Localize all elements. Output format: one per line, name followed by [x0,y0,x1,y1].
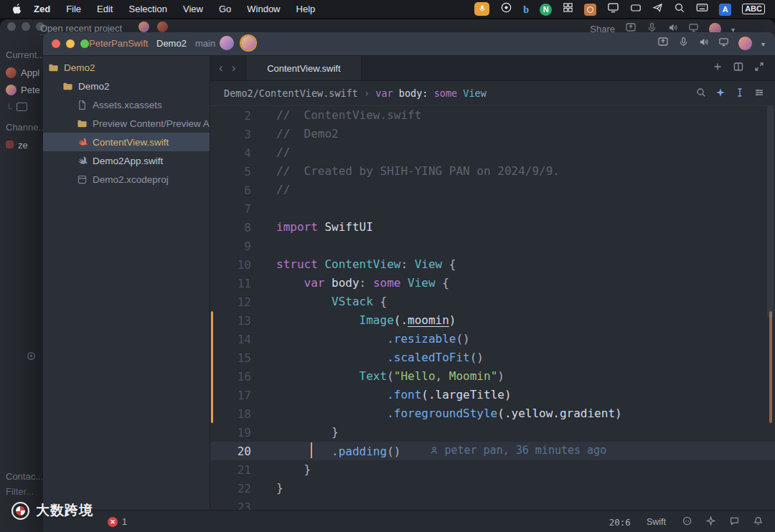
code-line[interactable]: 7 [210,199,775,218]
tree-item-preview-content-preview-a[interactable]: Preview Content/Preview A [43,114,210,133]
menu-view[interactable]: View [175,4,211,14]
breadcrumb-path[interactable]: Demo2/ContentView.swift › var body: some… [224,87,487,99]
nav-forward-icon[interactable]: › [232,62,236,75]
bell-icon[interactable] [753,516,764,528]
menu-file[interactable]: File [58,4,89,14]
code-line[interactable]: 20 .padding()peter pan, 36 minutes ago [210,442,775,460]
collab-item[interactable]: └ [0,103,43,113]
tree-item-contentview-swift[interactable]: ContentView.swift [43,133,210,151]
collab-item[interactable]: Appl [0,67,43,78]
language-selector[interactable]: Swift [647,517,666,527]
filter-lines-icon[interactable] [753,87,765,100]
tab-contentview-swift[interactable]: ContentView.swift [245,56,362,80]
code-line[interactable]: 21 } [210,460,775,479]
share-screen-icon[interactable] [657,36,669,50]
project-name-button[interactable]: PeterPanSwift [89,38,148,49]
zoom-button[interactable] [80,39,89,48]
chat-icon[interactable] [729,516,740,528]
tree-item-demo2app-swift[interactable]: Demo2App.swift [43,151,210,170]
split-pane-icon[interactable] [733,61,744,75]
display-status-icon[interactable] [607,1,619,16]
close-button[interactable] [52,39,60,48]
code-line[interactable]: 11 var body: some View { [210,274,775,293]
code-line[interactable]: 13 Image(.moomin) [210,311,775,330]
code-line[interactable]: 6// [210,181,775,199]
bg-collaborator-avatars[interactable] [138,22,168,32]
sparkle-icon[interactable] [705,516,716,528]
bluetooth-b-icon[interactable]: b [523,3,529,16]
avatar[interactable] [138,22,149,32]
collab-item[interactable]: ze [0,140,43,151]
notion-icon[interactable]: N [540,2,552,16]
code-line[interactable]: 8import SwiftUI [210,218,775,237]
collab-item[interactable]: Pete [0,85,43,95]
title-bar[interactable]: PeterPanSwift Demo2 main ▾ [43,32,775,56]
menu-help[interactable]: Help [288,4,324,14]
folder-name-button[interactable]: Demo2 [156,38,187,49]
menu-edit[interactable]: Edit [89,4,121,14]
code-line[interactable]: 18 .foregroundStyle(.yellow.gradient) [210,404,775,423]
code-editor[interactable]: 2// ContentView.swift3// Demo24//5// Cre… [210,106,775,510]
avatar[interactable] [157,22,168,32]
bg-traffic-lights[interactable] [7,22,44,31]
circle-icon[interactable] [26,351,37,364]
code-line[interactable]: 3// Demo2 [210,125,775,143]
code-line[interactable]: 5// Created by SHIH-YING PAN on 2024/9/9… [210,162,775,181]
spotlight-search-icon[interactable] [674,2,685,16]
speaker-icon[interactable] [698,37,709,50]
tree-item-demo2-xcodeproj[interactable]: Demo2.xcodeproj [43,170,210,189]
code-line[interactable]: 10struct ContentView: View { [210,255,775,274]
tab-bar: ‹› ContentView.swift [210,56,775,81]
code-line[interactable]: 2// ContentView.swift [210,106,775,125]
text-cursor-icon[interactable] [734,87,746,100]
menu-go[interactable]: Go [211,4,239,14]
menu-zed[interactable]: Zed [26,4,58,14]
code-line[interactable]: 14 .resizable() [210,330,775,348]
user-avatar[interactable] [738,37,752,50]
menu-window[interactable]: Window [239,4,288,14]
code-line[interactable]: 22} [210,479,775,498]
search-icon[interactable] [695,87,707,100]
paperplane-icon[interactable] [652,2,663,16]
window-grid-icon[interactable] [563,2,573,16]
collaborator-avatar-sharing[interactable] [241,36,255,50]
mic-recording-indicator[interactable] [474,2,489,16]
chevron-down-icon[interactable]: ▾ [761,37,765,49]
code-line[interactable]: 19 } [210,423,775,442]
expand-icon[interactable] [753,61,765,75]
cursor-position[interactable]: 20:6 [609,517,631,528]
apple-menu-icon[interactable] [10,4,26,15]
nav-back-icon[interactable]: ‹ [219,62,223,75]
collab-item[interactable] [0,351,43,364]
input-source-label[interactable]: ABC [742,4,765,14]
tree-item-assets-xcassets[interactable]: Assets.xcassets [43,95,210,114]
code-line[interactable]: 16 Text("Hello, Moomin") [210,367,775,386]
input-method-a-icon[interactable]: A [719,2,731,16]
code-line[interactable]: 4// [210,143,775,162]
line-number: 21 [210,463,276,477]
screenshot-app-icon[interactable] [584,3,596,16]
code-line[interactable]: 15 .scaledToFit() [210,348,775,367]
code-line[interactable]: 23 [210,498,775,510]
copilot-icon[interactable] [682,516,692,528]
camera-icon[interactable] [500,1,512,16]
collab-filter-input[interactable]: Filter... [0,486,43,497]
plus-icon[interactable] [712,61,723,75]
code-line[interactable]: 17 .font(.largeTitle) [210,386,775,404]
branch-name-button[interactable]: main [195,38,215,49]
minimize-button[interactable] [66,39,75,48]
collaborator-avatar[interactable] [220,36,234,50]
tree-item-demo2[interactable]: Demo2 [43,77,210,95]
menu-selection[interactable]: Selection [121,4,174,14]
git-blame[interactable]: peter pan, 36 minutes ago [429,441,606,460]
code-line[interactable]: 9 [210,237,775,255]
line-number: 2 [210,109,276,123]
mic-icon[interactable] [678,37,689,50]
tree-item-demo2[interactable]: Demo2 [43,58,210,77]
display-icon[interactable] [718,37,729,50]
trackpad-icon[interactable] [630,2,642,16]
inline-assist-icon[interactable] [715,87,726,100]
code-line[interactable]: 12 VStack { [210,293,775,311]
breadcrumb[interactable]: Demo2/ContentView.swift › var body: some… [210,81,775,106]
keyboard-viewer-icon[interactable] [696,1,708,16]
